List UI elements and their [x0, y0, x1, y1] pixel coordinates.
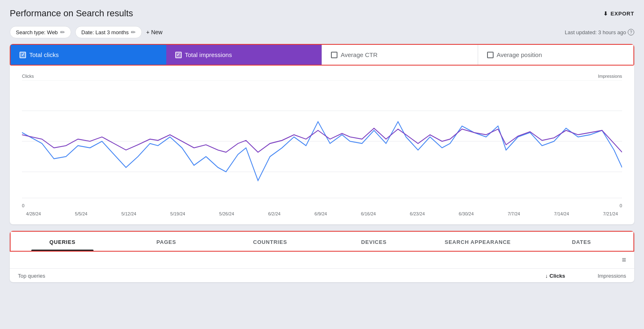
zero-labels: 0 0: [22, 203, 622, 208]
new-button[interactable]: + New: [146, 29, 162, 35]
col-impressions-label: Impressions: [598, 273, 626, 279]
average-position-metric[interactable]: Average position: [478, 45, 634, 65]
col-clicks-label[interactable]: ↓ Clicks: [545, 273, 565, 279]
clicks-label: Total clicks: [29, 51, 59, 58]
x-label-2: 5/12/24: [121, 211, 136, 216]
axis-labels: Clicks Impressions: [22, 74, 622, 79]
page-title: Performance on Search results: [10, 8, 133, 19]
new-label: New: [151, 29, 163, 35]
x-label-0: 4/28/24: [26, 211, 41, 216]
export-label: EXPORT: [611, 11, 634, 17]
main-chart-card: ✓ Total clicks ✓ Total impressions Avera…: [10, 44, 634, 224]
x-label-8: 6/23/24: [410, 211, 425, 216]
clicks-checkbox: ✓: [20, 52, 26, 58]
col-queries-label: Top queries: [18, 273, 45, 279]
x-label-10: 7/7/24: [508, 211, 520, 216]
table-header-row: Top queries ↓ Clicks Impressions: [10, 268, 634, 282]
tab-queries[interactable]: QUERIES: [11, 232, 114, 251]
export-icon: ⬇: [603, 11, 608, 17]
search-type-edit-icon: ✏: [60, 29, 65, 35]
filter-icon[interactable]: ≡: [622, 256, 626, 264]
x-label-7: 6/16/24: [361, 211, 376, 216]
tabs-row: QUERIES PAGES COUNTRIES DEVICES SEARCH A…: [10, 231, 634, 252]
tab-devices[interactable]: DEVICES: [322, 232, 426, 251]
x-label-11: 7/14/24: [554, 211, 569, 216]
tab-countries[interactable]: COUNTRIES: [218, 232, 322, 251]
x-label-4: 5/26/24: [219, 211, 234, 216]
x-label-9: 6/30/24: [459, 211, 474, 216]
left-axis-label: Clicks: [22, 74, 34, 79]
tab-search-appearance[interactable]: SEARCH APPEARANCE: [426, 232, 529, 251]
position-checkbox: [487, 52, 494, 58]
search-type-label: Search type: Web: [16, 29, 58, 35]
metrics-row: ✓ Total clicks ✓ Total impressions Avera…: [10, 44, 634, 66]
chart-area: [22, 80, 622, 202]
chart-container: Clicks Impressions 0: [10, 66, 634, 224]
chart-svg: [22, 80, 622, 202]
x-label-3: 5/19/24: [170, 211, 185, 216]
average-ctr-metric[interactable]: Average CTR: [322, 45, 478, 65]
date-range-edit-icon: ✏: [131, 29, 136, 35]
x-label-12: 7/21/24: [603, 211, 618, 216]
plus-icon: +: [146, 29, 149, 35]
impressions-label: Total impressions: [185, 51, 232, 58]
filter-icon-row: ≡: [10, 252, 634, 268]
last-updated: Last updated: 3 hours ago ?: [565, 29, 634, 35]
left-zero: 0: [22, 203, 24, 208]
date-range-filter[interactable]: Date: Last 3 months ✏: [75, 26, 142, 38]
ctr-label: Average CTR: [341, 51, 378, 58]
position-label: Average position: [497, 51, 542, 58]
export-button[interactable]: ⬇ EXPORT: [603, 11, 634, 17]
x-axis-labels: 4/28/24 5/5/24 5/12/24 5/19/24 5/26/24 6…: [22, 211, 622, 216]
sort-down-icon: ↓: [545, 273, 548, 279]
bottom-card: QUERIES PAGES COUNTRIES DEVICES SEARCH A…: [10, 231, 634, 282]
impressions-checkbox: ✓: [175, 52, 182, 58]
tab-dates[interactable]: DATES: [530, 232, 633, 251]
date-range-label: Date: Last 3 months: [81, 29, 128, 35]
filters-row: Search type: Web ✏ Date: Last 3 months ✏…: [10, 26, 634, 38]
right-axis-label: Impressions: [598, 74, 622, 79]
ctr-checkbox: [331, 52, 337, 58]
x-label-5: 6/2/24: [268, 211, 281, 216]
search-type-filter[interactable]: Search type: Web ✏: [10, 26, 71, 38]
x-label-6: 6/9/24: [315, 211, 327, 216]
tab-pages[interactable]: PAGES: [114, 232, 218, 251]
right-zero: 0: [620, 203, 622, 208]
total-clicks-metric[interactable]: ✓ Total clicks: [11, 45, 166, 65]
total-impressions-metric[interactable]: ✓ Total impressions: [166, 45, 322, 65]
x-label-1: 5/5/24: [75, 211, 87, 216]
info-icon: ?: [628, 29, 634, 35]
